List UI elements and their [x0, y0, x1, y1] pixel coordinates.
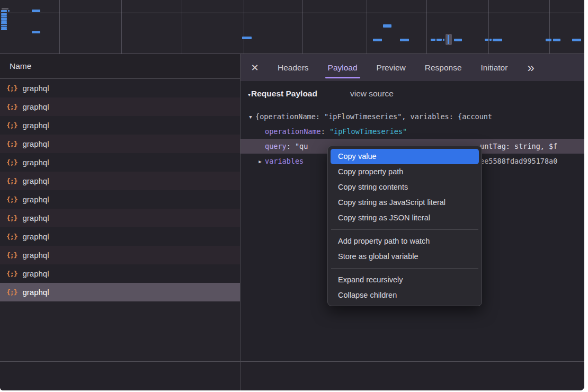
timeline-gridline: [367, 0, 367, 54]
request-timing-bar: [485, 39, 488, 41]
request-timing-bar: [443, 39, 444, 41]
payload-root-row[interactable]: ▼{operationName: "ipFlowTimeseries", var…: [240, 109, 584, 124]
name-column-label: Name: [10, 61, 31, 71]
timeline-gridline: [121, 0, 122, 54]
timeline-hover-marker: [446, 34, 452, 45]
json-braces-icon: {;}: [6, 270, 17, 278]
menu-separator: [331, 268, 478, 269]
request-row[interactable]: {;}graphql: [0, 227, 240, 246]
menu-item-expand-recursively[interactable]: Expand recursively: [331, 272, 479, 288]
tab-headers[interactable]: Headers: [276, 56, 310, 80]
json-braces-icon: {;}: [6, 195, 17, 203]
request-timing-bar: [1, 15, 7, 17]
name-column-header[interactable]: Name: [0, 54, 240, 79]
json-braces-icon: {;}: [6, 288, 17, 296]
request-row[interactable]: {;}graphql: [0, 116, 240, 135]
menu-item-copy-property-path[interactable]: Copy property path: [331, 164, 479, 180]
request-name-label: graphql: [22, 139, 49, 148]
request-timing-bar: [1, 10, 7, 12]
section-collapse-icon[interactable]: ▾: [248, 92, 251, 97]
json-braces-icon: {;}: [6, 84, 17, 92]
request-name-label: graphql: [22, 121, 49, 130]
timeline-row-divider: [0, 13, 584, 13]
request-row[interactable]: {;}graphql: [0, 209, 240, 227]
status-footer: [0, 361, 584, 390]
request-timing-bar: [8, 10, 10, 12]
timeline-gridline: [549, 0, 550, 54]
request-timing-bar: [1, 25, 7, 26]
json-braces-icon: {;}: [6, 103, 17, 111]
request-timing-bar: [489, 39, 492, 41]
more-tabs-icon[interactable]: »: [527, 63, 534, 73]
menu-item-add-property-path-to-watch[interactable]: Add property path to watch: [331, 234, 479, 249]
request-timing-bar: [400, 39, 409, 41]
menu-item-copy-string-contents[interactable]: Copy string contents: [331, 180, 479, 195]
request-name-label: graphql: [22, 84, 49, 93]
detail-tabbar: ✕ HeadersPayloadPreviewResponseInitiator…: [240, 54, 584, 81]
request-list-panel: Name {;}graphql{;}graphql{;}graphql{;}gr…: [0, 54, 240, 361]
request-row[interactable]: {;}graphql: [0, 246, 240, 264]
request-timing-bar: [383, 24, 391, 28]
request-row[interactable]: {;}graphql: [0, 283, 240, 301]
request-timing-bar: [572, 39, 581, 41]
tab-payload[interactable]: Payload: [326, 56, 359, 80]
json-braces-icon: {;}: [6, 214, 17, 222]
request-timing-bar: [454, 39, 462, 41]
expand-triangle-icon[interactable]: ▼: [246, 110, 255, 124]
json-braces-icon: {;}: [6, 140, 17, 148]
request-name-label: graphql: [22, 251, 49, 260]
property-value-left: "qu: [295, 142, 308, 150]
request-timing-bar: [373, 39, 382, 41]
view-source-link[interactable]: view source: [350, 89, 394, 99]
request-row[interactable]: {;}graphql: [0, 190, 240, 209]
panel-divider[interactable]: [240, 54, 240, 390]
tab-initiator[interactable]: Initiator: [479, 56, 510, 80]
menu-item-copy-value[interactable]: Copy value: [331, 149, 479, 164]
json-braces-icon: {;}: [6, 233, 17, 240]
menu-item-copy-string-as-json-literal[interactable]: Copy string as JSON literal: [331, 210, 479, 226]
menu-item-store-as-global-variable[interactable]: Store as global variable: [331, 249, 479, 264]
property-key: query: [265, 142, 287, 150]
request-name-label: graphql: [22, 288, 49, 297]
request-timing-bar: [242, 37, 252, 39]
property-value-right: untTag: string, $f: [480, 139, 557, 154]
request-row[interactable]: {;}graphql: [0, 172, 240, 190]
timeline-gridline: [59, 0, 60, 54]
property-key: operationName: [265, 127, 321, 136]
network-overview-timeline[interactable]: [0, 0, 584, 54]
collapsed-triangle-icon[interactable]: ▶: [255, 154, 265, 168]
devtools-network-panel: Name {;}graphql{;}graphql{;}graphql{;}gr…: [0, 0, 584, 390]
tab-preview[interactable]: Preview: [375, 56, 407, 80]
menu-item-copy-string-as-javascript-literal[interactable]: Copy string as JavaScript literal: [331, 195, 479, 210]
json-braces-icon: {;}: [6, 177, 17, 185]
request-payload-section-header: ▾ Request Payload view source: [240, 81, 584, 99]
request-timing-bar: [32, 31, 40, 33]
timeline-gridline: [244, 0, 244, 54]
property-preview-right: ee5588fdad995178a0: [480, 154, 557, 168]
request-timing-bar: [1, 23, 7, 24]
request-row[interactable]: {;}graphql: [0, 153, 240, 172]
close-icon[interactable]: ✕: [250, 62, 260, 74]
tab-response[interactable]: Response: [423, 56, 464, 80]
request-name-label: graphql: [22, 195, 49, 204]
request-row[interactable]: {;}graphql: [0, 135, 240, 153]
request-row[interactable]: {;}graphql: [0, 264, 240, 283]
request-timing-bar: [553, 39, 560, 41]
menu-separator: [331, 229, 478, 230]
request-timing-bar: [546, 39, 551, 41]
request-timing-bar: [1, 19, 7, 21]
operation-name-row[interactable]: operationName: "ipFlowTimeseries": [240, 124, 584, 139]
request-timing-bar: [493, 39, 502, 41]
timeline-gridline: [488, 0, 489, 54]
json-braces-icon: {;}: [6, 158, 17, 166]
request-row[interactable]: {;}graphql: [0, 97, 240, 116]
request-timing-bar: [1, 13, 7, 15]
request-name-label: graphql: [22, 269, 49, 278]
tabs-container: HeadersPayloadPreviewResponseInitiator: [276, 56, 509, 80]
property-key: variables: [265, 157, 304, 165]
timeline-gridline: [426, 0, 427, 54]
menu-item-collapse-children[interactable]: Collapse children: [331, 288, 479, 303]
request-name-label: graphql: [22, 102, 49, 111]
request-row[interactable]: {;}graphql: [0, 79, 240, 97]
context-menu: Copy valueCopy property pathCopy string …: [327, 146, 482, 306]
